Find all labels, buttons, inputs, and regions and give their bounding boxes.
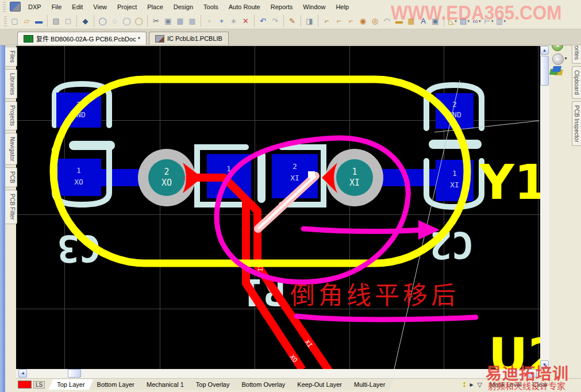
tool-redo[interactable]: ↷	[269, 15, 281, 27]
menu-view[interactable]: View	[88, 1, 112, 13]
right-panel-tab-clipboard[interactable]: Clipboard	[572, 66, 581, 99]
via-xi-net: XI	[349, 178, 360, 188]
left-panel-tab-files[interactable]: Files	[5, 47, 17, 67]
menu-place[interactable]: Place	[142, 1, 168, 13]
tool-place-arc[interactable]: ◠	[381, 15, 393, 27]
horizontal-scroll-thumb[interactable]	[68, 369, 81, 378]
tool-zoom-out[interactable]: ◯	[121, 15, 133, 27]
tool-open-document[interactable]: ▱	[21, 15, 33, 27]
left-panel-tab-libraries[interactable]: Libraries	[5, 69, 17, 99]
scroll-up-button[interactable]: ▲	[540, 46, 549, 55]
c3-pad1-net: XO	[74, 178, 83, 186]
forward-dropdown-caret[interactable]: ▼	[564, 56, 568, 60]
menu-reports[interactable]: Reports	[266, 1, 298, 13]
layer-tab-multi-layer[interactable]: Multi-Layer	[345, 379, 394, 390]
left-panel-tab-pcb[interactable]: PCB	[5, 167, 17, 187]
menu-file[interactable]: File	[47, 1, 67, 13]
altium-pcb-editor-window: { "menubar": { "items": ["DXP","File","E…	[0, 0, 581, 392]
tool-move-selection[interactable]: +	[216, 15, 228, 27]
mask-level-button[interactable]: Mask Level	[486, 381, 525, 389]
board-3d-icon[interactable]	[552, 66, 561, 72]
tool-interactive-routing[interactable]: ✎	[283, 15, 298, 27]
tool-route-mode-1[interactable]: ⌐	[318, 15, 333, 27]
tool-place-polygon[interactable]: ▦	[405, 15, 417, 27]
tool-measure[interactable]: ⊢▾	[483, 15, 495, 27]
menu-window[interactable]: Window	[298, 1, 330, 13]
tool-zoom-window[interactable]: ◯	[94, 15, 109, 27]
left-panel-tab-pcb-filter[interactable]: PCB Filter	[5, 190, 17, 224]
menu-bar: DXPFileEditViewProjectPlaceDesignToolsAu…	[0, 0, 581, 14]
pcb-editor-canvas[interactable]: 2 GND 1 XO 2 XO 1 2 XI 1 XI 2 GND 1 XI C…	[16, 46, 540, 369]
scroll-right-button[interactable]: ►	[528, 369, 537, 378]
toolbar-grip-2[interactable]	[4, 16, 7, 26]
scroll-down-button[interactable]: ▼	[540, 360, 549, 369]
tool-place-via[interactable]: ◎	[369, 15, 381, 27]
tool-place-string[interactable]: A	[417, 15, 429, 27]
active-layer-color-swatch[interactable]	[18, 381, 32, 389]
vertical-scrollbar[interactable]: ▲ ▼	[540, 46, 549, 369]
tool-cut[interactable]: ✂	[147, 15, 162, 27]
selection-handle[interactable]	[308, 171, 315, 178]
tool-undo[interactable]: ↶	[254, 15, 269, 27]
tool-cross-select[interactable]: ∗	[228, 15, 240, 27]
layer-tab-mechanical-1[interactable]: Mechanical 1	[138, 379, 193, 390]
tool-place-component[interactable]: ▣	[429, 15, 441, 27]
y1-designator[interactable]: Y1	[479, 154, 540, 210]
tool-route-mode-2[interactable]: ⌐	[333, 15, 345, 27]
tool-paste[interactable]: ▦	[174, 15, 186, 27]
tool-print-preview[interactable]: ◻	[62, 15, 74, 27]
layer-tab-bottom-overlay[interactable]: Bottom Overlay	[233, 379, 294, 390]
left-panel-tab-projects[interactable]: Projects	[5, 101, 17, 130]
tool-copy[interactable]: ▣	[162, 15, 174, 27]
tool-route-mode-3[interactable]: ⌐	[345, 15, 357, 27]
menu-edit[interactable]: Edit	[67, 1, 88, 13]
y1-silkscreen-bar	[429, 140, 482, 149]
menu-dxp[interactable]: DXP	[23, 1, 47, 13]
tool-new-document[interactable]: ▢	[9, 15, 21, 27]
left-panel-tab-navigator[interactable]: Navigator	[5, 133, 17, 166]
horizontal-scrollbar[interactable]: ◄ ►	[16, 369, 538, 378]
layer-tab-bar: LS Top LayerBottom LayerMechanical 1Top …	[16, 378, 581, 390]
forward-button[interactable]: ►	[552, 53, 564, 65]
left-panel-splitter[interactable]	[0, 45, 5, 392]
tool-clear-filter[interactable]: ✕	[240, 15, 252, 27]
scroll-left-button[interactable]: ◄	[18, 369, 27, 378]
menu-tools[interactable]: Tools	[198, 1, 224, 13]
menu-design[interactable]: Design	[168, 1, 198, 13]
via-xo-number: 2	[164, 167, 169, 177]
menu-help[interactable]: Help	[330, 1, 354, 13]
snap-indicators-icon[interactable]: ◆◆	[463, 382, 466, 387]
expand-icon[interactable]: ▶	[470, 382, 473, 387]
layer-tab-top-overlay[interactable]: Top Overlay	[187, 379, 238, 390]
vertical-scroll-thumb[interactable]	[540, 56, 549, 86]
tool-save-document[interactable]: ▬	[33, 15, 45, 27]
clear-button[interactable]: Clear	[529, 381, 551, 389]
right-panel-tab-pcb-inspector[interactable]: PCB Inspector	[572, 101, 581, 146]
tool-select-area[interactable]: ▫	[201, 15, 216, 27]
tool-print[interactable]: ▤	[47, 15, 62, 27]
menu-project[interactable]: Project	[112, 1, 142, 13]
tool-room-tools[interactable]: ▥▾	[495, 15, 507, 27]
tool-zoom-filter[interactable]: ◯	[133, 15, 145, 27]
tool-place-pad[interactable]: ◉	[357, 15, 369, 27]
tool-find-similar[interactable]: ◨	[301, 15, 315, 27]
tab-pcb-library[interactable]: IC PcbLib1.PCBLIB	[149, 32, 229, 45]
tool-paste-array[interactable]: ▩	[186, 15, 198, 27]
c3-pad1-number: 1	[76, 166, 81, 175]
layer-tab-top-layer[interactable]: Top Layer	[48, 379, 93, 390]
layer-tab-bottom-layer[interactable]: Bottom Layer	[89, 379, 143, 390]
tool-align[interactable]: ▤▾	[459, 15, 471, 27]
tab-pcb-document[interactable]: 复件 BD8060-02A-G PCB6.PcbDoc *	[17, 32, 147, 45]
layer-tab-keep-out-layer[interactable]: Keep-Out Layer	[288, 379, 351, 390]
dxp-logo-icon[interactable]	[10, 2, 21, 11]
filter-icon[interactable]: ▽	[478, 381, 482, 389]
menu-auto-route[interactable]: Auto Route	[224, 1, 266, 13]
tool-layer-stack[interactable]: ◆	[76, 15, 91, 27]
tool-place-fill[interactable]: ▬	[393, 15, 405, 27]
layer-set-indicator[interactable]: LS	[33, 381, 45, 389]
tool-find[interactable]: ∞▾	[471, 15, 483, 27]
u2-designator[interactable]: U2	[488, 328, 540, 369]
tool-zoom-area[interactable]: ◌	[109, 15, 121, 27]
tool-dimension[interactable]: ◺▾	[444, 15, 459, 27]
toolbar-grip[interactable]	[3, 2, 6, 12]
